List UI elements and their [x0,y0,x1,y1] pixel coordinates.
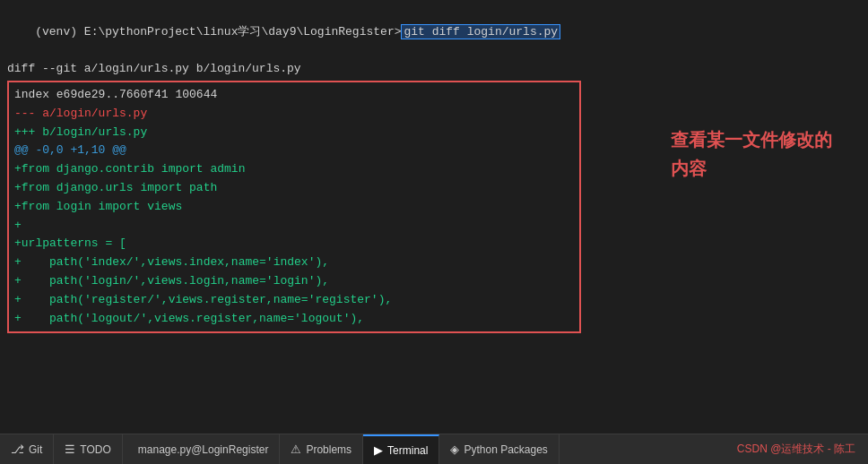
terminal-label: Terminal [387,444,428,457]
diff-line: +from django.urls import path [14,179,574,198]
diff-line: @@ -0,0 +1,10 @@ [14,142,574,160]
diff-line: --- a/login/urls.py [14,105,574,124]
todo-icon: ☰ [65,443,75,456]
diff-line: +from django.contrib import admin [14,160,574,179]
diff-git-header: diff --git a/login/urls.py b/login/urls.… [7,60,861,78]
diff-line: +from login import views [14,198,574,217]
diff-line: +++ b/login/urls.py [14,124,574,142]
python-packages-label: Python Packages [464,443,547,456]
status-item-git[interactable]: ⎇Git [0,434,54,464]
git-command: git diff login/urls.py [401,24,560,39]
diff-line: + path('login/',views.login,name='login'… [14,272,574,291]
python-packages-icon: ◈ [450,443,459,456]
diff-line: index e69de29..7660f41 100644 [14,86,574,105]
diff-content-box: index e69de29..7660f41 100644--- a/login… [7,81,581,333]
git-label: Git [29,443,42,456]
git-icon: ⎇ [11,443,24,456]
problems-label: Problems [306,443,352,456]
manage-label: manage.py@LoginRegister [138,443,269,456]
terminal-icon: ▶ [374,443,383,457]
command-prompt-line: (venv) E:\pythonProject\linux学习\day9\Log… [7,5,861,58]
prompt-text: (venv) E:\pythonProject\linux学习\day9\Log… [35,25,401,39]
status-item-todo[interactable]: ☰TODO [54,434,122,464]
problems-icon: ⚠ [291,443,301,456]
status-item-python-packages[interactable]: ◈Python Packages [439,434,559,464]
terminal-area: (venv) E:\pythonProject\linux学习\day9\Log… [0,0,868,434]
diff-line: + path('logout/',views.register,name='lo… [14,310,574,329]
status-bar: ⎇Git☰TODOmanage.py@LoginRegister⚠Problem… [0,434,868,464]
diff-line: + path('index/',views.index,name='index'… [14,253,574,272]
status-item-manage[interactable]: manage.py@LoginRegister [123,434,281,464]
status-right-text: CSDN @运维技术 - 陈工 [725,442,868,457]
status-item-problems[interactable]: ⚠Problems [280,434,363,464]
annotation-text: 查看某一文件修改的 内容 [671,125,832,183]
diff-line: +urlpatterns = [ [14,235,574,253]
status-item-terminal[interactable]: ▶Terminal [363,434,439,464]
diff-line: + path('register/',views.register,name='… [14,291,574,310]
todo-label: TODO [80,443,110,456]
diff-line: + [14,217,574,236]
